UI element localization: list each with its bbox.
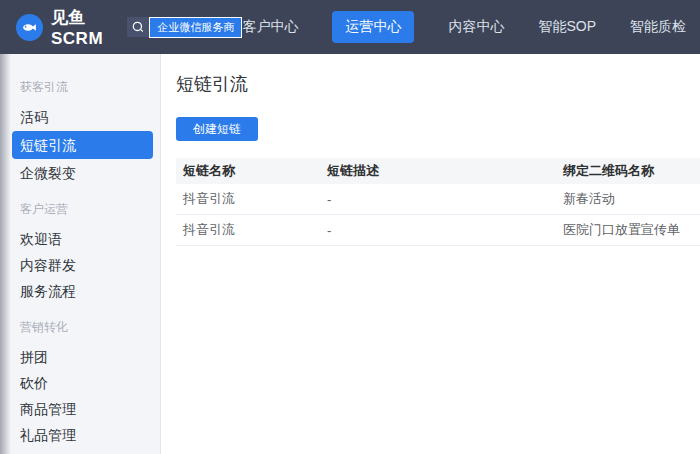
sidebar-item-gift-management[interactable]: 礼品管理 — [0, 422, 160, 448]
top-nav: 客户中心 运营中心 内容中心 智能SOP 智能质检 — [242, 11, 686, 43]
column-header-name: 短链名称 — [176, 162, 320, 180]
short-link-table: 短链名称 短链描述 绑定二维码名称 抖音引流 - 新春活动 抖音引流 - 医院门… — [176, 158, 700, 246]
logo-text: 见鱼SCRM — [51, 6, 114, 49]
logo[interactable]: 见鱼SCRM — [16, 6, 114, 49]
sidebar-section-customer-ops: 客户运营 欢迎语 内容群发 服务流程 — [0, 201, 160, 304]
cell-short-link-name: 抖音引流 — [176, 190, 320, 208]
badge-label: 企业微信服务商 — [149, 17, 242, 38]
topbar: 见鱼SCRM 企业微信服务商 客户中心 运营中心 内容中心 智能SOP 智能质检 — [0, 0, 700, 54]
sidebar-item-bargain[interactable]: 砍价 — [0, 370, 160, 396]
sidebar-section-acquisition: 获客引流 活码 短链引流 企微裂变 — [0, 79, 160, 186]
chat-bubble-icon — [127, 17, 149, 37]
sidebar-item-product-management[interactable]: 商品管理 — [0, 396, 160, 422]
sidebar-item-live-code[interactable]: 活码 — [0, 104, 160, 130]
sidebar-item-welcome-message[interactable]: 欢迎语 — [0, 226, 160, 252]
page-title: 短链引流 — [176, 72, 700, 96]
cell-qr-name: 医院门口放置宣传单 — [556, 221, 700, 239]
fish-logo-icon — [16, 14, 43, 41]
service-provider-badge: 企业微信服务商 — [127, 17, 242, 38]
column-header-qr-name: 绑定二维码名称 — [556, 162, 700, 180]
sidebar-item-group-buy[interactable]: 拼团 — [0, 344, 160, 370]
cell-qr-name: 新春活动 — [556, 190, 700, 208]
nav-customer-center[interactable]: 客户中心 — [242, 18, 298, 36]
sidebar-item-content-broadcast[interactable]: 内容群发 — [0, 252, 160, 278]
table-row: 抖音引流 - 新春活动 — [176, 184, 700, 215]
page-body: 获客引流 活码 短链引流 企微裂变 客户运营 欢迎语 内容群发 服务流程 营销转… — [0, 54, 700, 454]
create-short-link-button[interactable]: 创建短链 — [176, 117, 258, 141]
cell-short-link-name: 抖音引流 — [176, 221, 320, 239]
table-row: 抖音引流 - 医院门口放置宣传单 — [176, 215, 700, 246]
nav-operation-center[interactable]: 运营中心 — [332, 11, 414, 43]
sidebar-section-title: 获客引流 — [20, 79, 160, 96]
sidebar-section-marketing: 营销转化 拼团 砍价 商品管理 礼品管理 兑换码 — [0, 319, 160, 454]
nav-smart-sop[interactable]: 智能SOP — [538, 18, 596, 36]
main-content: 短链引流 创建短链 短链名称 短链描述 绑定二维码名称 抖音引流 - 新春活动 … — [161, 54, 700, 454]
sidebar-section-title: 营销转化 — [20, 319, 160, 336]
column-header-description: 短链描述 — [320, 162, 556, 180]
table-header-row: 短链名称 短链描述 绑定二维码名称 — [176, 158, 700, 184]
sidebar-item-qiwei-fission[interactable]: 企微裂变 — [0, 160, 160, 186]
cell-short-link-description: - — [320, 223, 556, 238]
cell-short-link-description: - — [320, 192, 556, 207]
sidebar-item-redeem-code[interactable]: 兑换码 — [0, 448, 160, 454]
nav-smart-qc[interactable]: 智能质检 — [630, 18, 686, 36]
sidebar-item-service-flow[interactable]: 服务流程 — [0, 278, 160, 304]
sidebar-item-short-link[interactable]: 短链引流 — [12, 131, 153, 159]
sidebar-section-title: 客户运营 — [20, 201, 160, 218]
sidebar: 获客引流 活码 短链引流 企微裂变 客户运营 欢迎语 内容群发 服务流程 营销转… — [0, 54, 161, 454]
nav-content-center[interactable]: 内容中心 — [448, 18, 504, 36]
